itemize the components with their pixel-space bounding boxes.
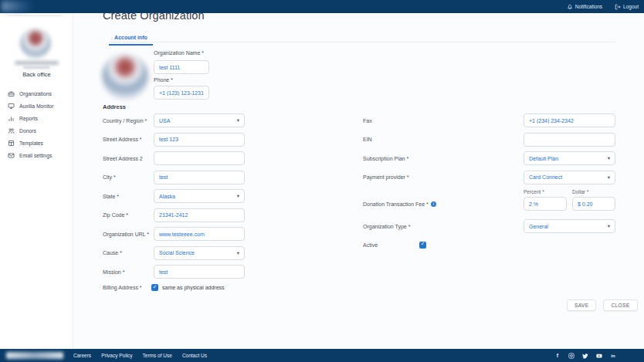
chevron-down-icon	[608, 174, 610, 181]
city-input[interactable]	[154, 171, 245, 184]
sidebar-item-label: Organizations	[19, 91, 52, 96]
facebook-icon[interactable]: f	[554, 353, 561, 359]
chevron-down-icon	[237, 250, 239, 256]
organization-name-label: Organization Name *	[154, 50, 204, 56]
footer-social: f in	[554, 353, 616, 359]
mission-row: Mission *	[103, 265, 245, 279]
top-bar: Notifications Logout	[0, 0, 644, 13]
chevron-down-icon	[237, 193, 239, 199]
twitter-icon[interactable]	[582, 353, 588, 359]
state-select[interactable]: Alaska	[154, 189, 245, 203]
organization-type-label: Organization Type *	[363, 224, 524, 229]
organization-subtext-blurred	[23, 66, 50, 69]
organization-type-value: General	[529, 224, 548, 229]
sidebar-divider	[8, 15, 63, 16]
cause-row: Cause * Social Science	[103, 246, 245, 260]
subscription-plan-select[interactable]: Default Plan	[524, 151, 615, 165]
billing-same-address-checkbox[interactable]	[151, 284, 158, 291]
billing-checkbox-label: same as physical address	[162, 285, 225, 290]
fax-row: Fax	[363, 113, 615, 127]
instagram-icon[interactable]	[568, 353, 575, 359]
fax-input[interactable]	[524, 113, 615, 127]
fax-label: Fax	[363, 118, 524, 123]
phone-input[interactable]	[154, 86, 209, 100]
sidebar-nav: Organizations Auxilia Monitor Reports	[0, 87, 73, 161]
save-button[interactable]: SAVE	[567, 299, 596, 311]
sidebar-item-organizations[interactable]: Organizations	[0, 87, 73, 100]
organization-name-input[interactable]	[154, 60, 209, 74]
footer-link-contact-us[interactable]: Contact Us	[182, 353, 207, 358]
active-checkbox[interactable]	[419, 242, 426, 249]
organization-logo	[20, 28, 51, 59]
footer: Careers Privacy Policy Terms of Use Cont…	[0, 349, 644, 362]
info-icon[interactable]	[431, 201, 436, 207]
logout-icon	[615, 4, 621, 10]
payment-provider-value: Card Connect	[529, 174, 562, 180]
street-address2-row: Street Address 2	[103, 151, 245, 165]
sidebar-item-label: Donors	[19, 128, 36, 134]
logout-button[interactable]: Logout	[615, 4, 639, 10]
transaction-fee-label: Donation Transaction Fee *	[363, 201, 429, 207]
back-office-label: Back office	[0, 71, 73, 78]
close-button[interactable]: CLOSE	[603, 299, 637, 311]
transaction-fee-row: Donation Transaction Fee * Percent * Dol…	[363, 189, 615, 211]
street-address-label: Street Address *	[103, 137, 154, 142]
payment-provider-label: Payment provider *	[363, 174, 524, 180]
billing-address-row: Billing Address * same as physical addre…	[103, 284, 245, 292]
country-label: Country / Region *	[103, 118, 154, 123]
street-address2-input[interactable]	[154, 151, 245, 165]
subscription-plan-label: Subscription Plan *	[363, 156, 524, 161]
zip-code-label: Zip Code *	[103, 212, 154, 218]
active-label: Active	[363, 242, 419, 248]
cause-select[interactable]: Social Science	[154, 246, 245, 260]
briefcase-icon	[8, 90, 15, 97]
zip-code-input[interactable]	[154, 208, 245, 222]
zip-code-row: Zip Code *	[103, 208, 245, 222]
app-logo	[2, 1, 34, 12]
sidebar: Back office Organizations Auxilia Monito…	[0, 13, 73, 349]
footer-link-privacy-policy[interactable]: Privacy Policy	[101, 353, 132, 358]
tab-account-info[interactable]: Account info	[109, 32, 153, 46]
linkedin-icon[interactable]: in	[610, 353, 616, 359]
organization-url-input[interactable]	[154, 227, 245, 241]
state-row: State * Alaska	[103, 189, 245, 203]
email-icon	[8, 152, 15, 159]
sidebar-item-donors[interactable]: Donors	[0, 124, 73, 137]
sidebar-item-label: Reports	[19, 116, 38, 121]
percent-label: Percent *	[524, 189, 567, 195]
sidebar-item-label: Auxilia Monitor	[19, 103, 54, 109]
sidebar-item-email-settings[interactable]: Email settings	[0, 149, 73, 161]
dollar-input[interactable]	[572, 197, 615, 211]
country-select[interactable]: USA	[154, 113, 245, 127]
bar-chart-icon	[8, 115, 15, 122]
organization-avatar	[102, 53, 148, 100]
cause-value: Social Science	[159, 250, 195, 255]
city-label: City *	[103, 174, 154, 180]
footer-logo	[6, 352, 63, 359]
organization-url-row: Organization URL *	[103, 227, 245, 241]
street-address-input[interactable]	[154, 133, 245, 147]
payment-provider-select[interactable]: Card Connect	[524, 171, 615, 184]
cause-label: Cause *	[103, 250, 154, 255]
billing-address-label: Billing Address *	[103, 285, 151, 290]
form-left-column: Country / Region * USA Street Address * …	[103, 113, 245, 292]
form-right-column: Fax EIN Subscription Plan * Default Plan…	[363, 113, 615, 249]
sidebar-item-templates[interactable]: Templates	[0, 137, 73, 149]
percent-input[interactable]	[524, 197, 567, 211]
footer-link-terms-of-use[interactable]: Terms of Use	[143, 353, 172, 358]
youtube-icon[interactable]	[596, 353, 602, 359]
monitor-icon	[8, 103, 15, 110]
organization-type-row: Organization Type * General	[363, 219, 615, 233]
ein-input[interactable]	[524, 133, 615, 147]
mission-input[interactable]	[154, 265, 245, 279]
sidebar-item-reports[interactable]: Reports	[0, 112, 73, 124]
organization-name-blurred	[15, 61, 59, 65]
footer-link-careers[interactable]: Careers	[73, 353, 91, 358]
sidebar-item-auxilia-monitor[interactable]: Auxilia Monitor	[0, 100, 73, 112]
payment-provider-row: Payment provider * Card Connect	[363, 171, 615, 184]
notifications-label: Notifications	[575, 4, 602, 9]
notifications-button[interactable]: Notifications	[567, 4, 602, 10]
organization-type-select[interactable]: General	[524, 219, 615, 233]
form-actions: SAVE CLOSE	[567, 299, 638, 311]
sidebar-item-label: Templates	[19, 140, 43, 146]
